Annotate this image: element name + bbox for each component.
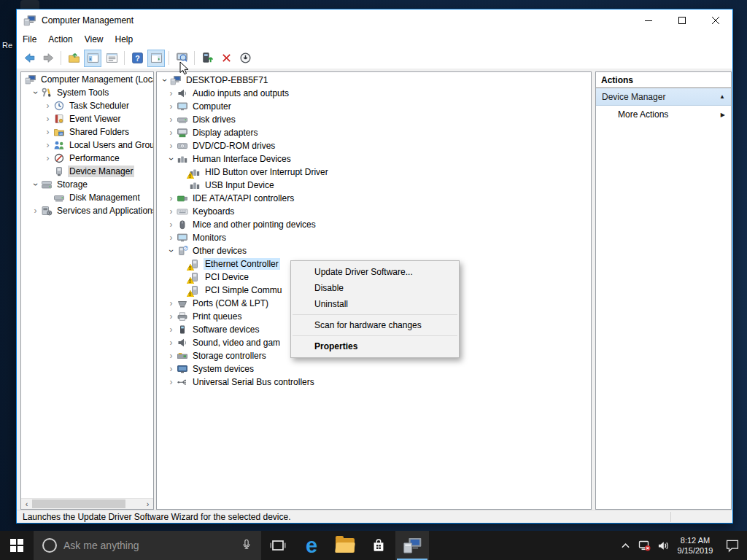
chevron-down-icon[interactable]: ›	[166, 244, 176, 257]
chevron-right-icon[interactable]: ›	[166, 310, 176, 323]
taskbar-clock[interactable]: 8:12 AM 9/15/2019	[673, 531, 718, 560]
device-tree-item[interactable]: ›?Other devices	[157, 244, 591, 257]
chevron-right-icon[interactable]: ›	[43, 99, 53, 112]
device-tree-item[interactable]: USB Input Device	[157, 179, 591, 192]
chevron-right-icon[interactable]: ›	[166, 139, 176, 152]
device-tree-item[interactable]: ›Display adapters	[157, 126, 591, 139]
title-bar[interactable]: Computer Management	[17, 9, 732, 31]
chevron-right-icon[interactable]: ›	[43, 112, 53, 125]
chevron-right-icon[interactable]: ›	[166, 336, 176, 349]
search-input[interactable]	[63, 540, 241, 551]
chevron-right-icon[interactable]: ›	[166, 349, 176, 362]
chevron-right-icon[interactable]: ›	[31, 204, 40, 217]
chevron-right-icon[interactable]: ›	[166, 100, 176, 113]
device-tree-item[interactable]: ›Keyboards	[157, 205, 591, 218]
chevron-right-icon[interactable]: ›	[166, 231, 176, 244]
chevron-right-icon[interactable]: ›	[166, 126, 176, 139]
edge-button[interactable]: e	[295, 531, 328, 560]
console-tree-item[interactable]: Device Manager	[21, 165, 153, 178]
scroll-left-arrow-icon[interactable]: ‹	[21, 499, 32, 509]
scroll-right-arrow-icon[interactable]: ›	[142, 499, 153, 509]
chevron-down-icon[interactable]: ›	[31, 86, 40, 99]
device-tree-item[interactable]: ›IDE ATA/ATAPI controllers	[157, 192, 591, 205]
chevron-right-icon[interactable]: ›	[43, 139, 53, 152]
device-tree-item[interactable]: ›Human Interface Devices	[157, 152, 591, 166]
console-tree-item[interactable]: ›Services and Applications	[21, 204, 153, 217]
uninstall-button[interactable]	[217, 50, 235, 67]
chevron-right-icon[interactable]: ›	[166, 205, 176, 218]
maximize-button[interactable]	[665, 9, 699, 31]
console-tree-item[interactable]: ›Event Viewer	[21, 112, 153, 125]
start-button[interactable]	[0, 531, 34, 560]
device-tree-item[interactable]: ›Universal Serial Bus controllers	[157, 376, 591, 389]
chevron-right-icon[interactable]: ›	[166, 323, 176, 336]
console-tree-item[interactable]: ›Local Users and Groups	[21, 139, 153, 152]
tray-expand-button[interactable]	[616, 531, 635, 560]
device-tree-item[interactable]: ›Disk drives	[157, 113, 591, 126]
console-tree-item[interactable]: ›Storage	[21, 178, 153, 191]
chevron-right-icon[interactable]: ›	[166, 218, 176, 231]
device-tree-item[interactable]: ›Computer	[157, 100, 591, 113]
microphone-icon[interactable]	[241, 538, 252, 553]
computer-management-taskbar-button[interactable]	[395, 531, 429, 560]
action-center-button[interactable]	[718, 531, 747, 560]
horizontal-scrollbar[interactable]: ‹ ›	[21, 498, 153, 509]
help-button[interactable]: ?	[128, 50, 146, 67]
forward-button[interactable]	[39, 50, 57, 67]
menu-view[interactable]: View	[79, 32, 109, 47]
properties-window-button[interactable]	[103, 50, 120, 67]
context-menu-item[interactable]: Uninstall	[291, 296, 459, 312]
context-menu-item[interactable]: Properties	[291, 338, 459, 354]
more-actions-item[interactable]: More Actions ▶	[596, 106, 731, 123]
chevron-right-icon[interactable]: ›	[166, 113, 176, 126]
chevron-right-icon[interactable]: ›	[166, 192, 176, 205]
menu-help[interactable]: Help	[109, 32, 139, 47]
volume-button[interactable]	[654, 531, 673, 560]
chevron-down-icon[interactable]: ›	[166, 152, 176, 166]
chevron-right-icon[interactable]: ›	[166, 362, 176, 376]
up-level-button[interactable]	[65, 50, 82, 67]
show-console-tree-button[interactable]	[84, 50, 101, 67]
network-status-button[interactable]	[635, 531, 654, 560]
device-tree-item[interactable]: ›DESKTOP-EBB5F71	[157, 74, 591, 87]
disable-button[interactable]	[236, 50, 254, 67]
console-tree-item[interactable]: Computer Management (Local	[21, 73, 153, 86]
console-tree-item[interactable]: ›23Shared Folders	[21, 125, 153, 139]
device-tree-item[interactable]: ›System devices	[157, 362, 591, 376]
console-tree-item[interactable]: Disk Management	[21, 191, 153, 204]
console-tree-item[interactable]: ›Task Scheduler	[21, 99, 153, 112]
store-button[interactable]	[362, 531, 395, 560]
scan-hardware-changes-button[interactable]	[173, 50, 190, 67]
cortana-search-box[interactable]	[34, 531, 261, 560]
console-tree-item[interactable]: ›System Tools	[21, 86, 153, 99]
device-tree-item[interactable]: ›Audio inputs and outputs	[157, 87, 591, 100]
file-explorer-button[interactable]	[328, 531, 362, 560]
back-button[interactable]	[20, 50, 38, 67]
console-tree-item[interactable]: ›Performance	[21, 152, 153, 165]
actions-section-device-manager[interactable]: Device Manager ▲	[596, 88, 731, 106]
context-menu-item[interactable]: Update Driver Software...	[291, 264, 459, 280]
menu-file[interactable]: File	[17, 32, 42, 47]
update-driver-button[interactable]	[198, 50, 216, 67]
show-action-pane-button[interactable]	[147, 50, 165, 67]
scrollbar-thumb[interactable]	[32, 499, 125, 508]
close-button[interactable]	[699, 9, 732, 31]
chevron-right-icon[interactable]: ›	[166, 297, 176, 310]
device-tree-item[interactable]: ›Mice and other pointing devices	[157, 218, 591, 231]
chevron-right-icon[interactable]: ›	[43, 125, 53, 139]
task-view-button[interactable]	[261, 531, 295, 560]
context-menu-item[interactable]: Disable	[291, 280, 459, 296]
chevron-right-icon[interactable]: ›	[43, 152, 53, 165]
chevron-down-icon[interactable]: ›	[160, 74, 169, 87]
chevron-right-icon[interactable]: ›	[166, 87, 176, 100]
chevron-right-icon[interactable]: ›	[166, 376, 176, 389]
context-menu-item[interactable]: Scan for hardware changes	[291, 317, 459, 333]
device-tree-item[interactable]: ›DVD/CD-ROM drives	[157, 139, 591, 152]
menu-action[interactable]: Action	[42, 32, 78, 47]
minimize-button[interactable]	[632, 9, 665, 31]
collapse-triangle-icon[interactable]: ▲	[719, 93, 725, 100]
toolbar-separator	[124, 51, 125, 65]
chevron-down-icon[interactable]: ›	[31, 178, 40, 191]
device-tree-item[interactable]: !HID Button over Interrupt Driver	[157, 166, 591, 179]
device-tree-item[interactable]: ›Monitors	[157, 231, 591, 244]
